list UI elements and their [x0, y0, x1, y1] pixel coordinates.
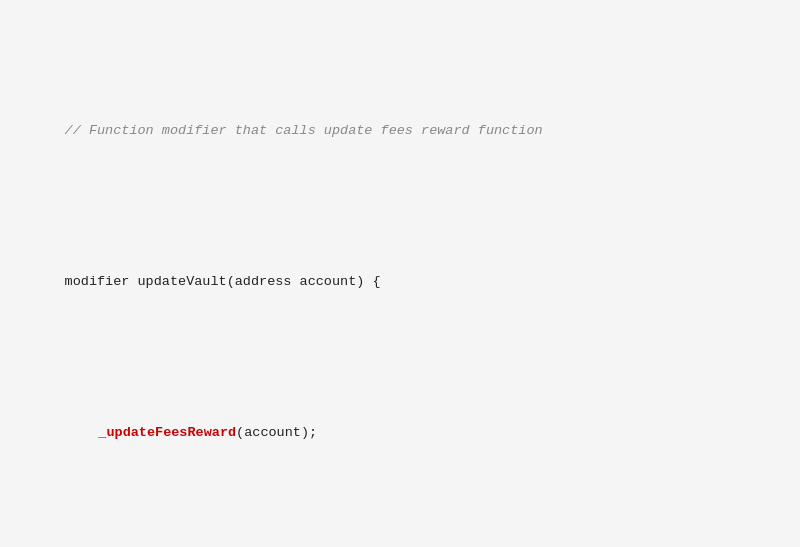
line-1: // Function modifier that calls update f… — [16, 98, 784, 163]
func-updateFeesReward-call: _updateFeesReward — [98, 425, 236, 440]
line-2: modifier updateVault(address account) { — [16, 250, 784, 315]
comment-1: // Function modifier that calls update f… — [65, 123, 543, 138]
code-container: // Function modifier that calls update f… — [0, 0, 800, 547]
line-3: _updateFeesReward(account); — [16, 401, 784, 466]
code-block: // Function modifier that calls update f… — [16, 12, 784, 547]
code-modifier: modifier updateVault(address account) { — [65, 274, 381, 289]
